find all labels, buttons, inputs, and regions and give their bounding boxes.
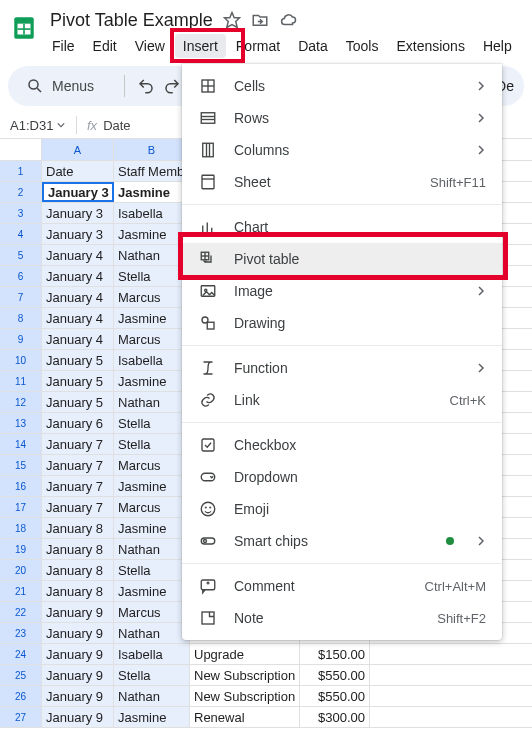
cloud-icon[interactable] bbox=[279, 11, 297, 29]
cell[interactable]: Jasmine bbox=[114, 182, 190, 202]
row-header[interactable]: 2 bbox=[0, 182, 42, 202]
row-header[interactable]: 12 bbox=[0, 392, 42, 412]
row-header[interactable]: 21 bbox=[0, 581, 42, 601]
menu-format[interactable]: Format bbox=[228, 34, 288, 58]
row-header[interactable]: 6 bbox=[0, 266, 42, 286]
row-header[interactable]: 27 bbox=[0, 707, 42, 727]
menu-item-cells[interactable]: Cells bbox=[182, 70, 502, 102]
cell[interactable]: Jasmine bbox=[114, 476, 190, 496]
menu-item-emoji[interactable]: Emoji bbox=[182, 493, 502, 525]
select-all-corner[interactable] bbox=[0, 139, 42, 160]
cell[interactable]: Isabella bbox=[114, 203, 190, 223]
menu-help[interactable]: Help bbox=[475, 34, 520, 58]
cell[interactable]: January 9 bbox=[42, 644, 114, 664]
row-header[interactable]: 4 bbox=[0, 224, 42, 244]
cell[interactable]: Marcus bbox=[114, 455, 190, 475]
cell[interactable]: January 3 bbox=[42, 224, 114, 244]
cell[interactable]: Stella bbox=[114, 434, 190, 454]
cell[interactable]: $150.00 bbox=[300, 644, 370, 664]
cell[interactable]: Jasmine bbox=[114, 371, 190, 391]
menus-search[interactable]: Menus bbox=[18, 77, 112, 95]
menu-item-columns[interactable]: Columns bbox=[182, 134, 502, 166]
menu-item-function[interactable]: Function bbox=[182, 352, 502, 384]
cell[interactable]: January 4 bbox=[42, 245, 114, 265]
cell[interactable]: Jasmine bbox=[114, 581, 190, 601]
cell[interactable]: January 9 bbox=[42, 623, 114, 643]
row-header[interactable]: 9 bbox=[0, 329, 42, 349]
cell[interactable]: $550.00 bbox=[300, 686, 370, 706]
cell[interactable]: Jasmine bbox=[114, 308, 190, 328]
row-header[interactable]: 3 bbox=[0, 203, 42, 223]
cell[interactable]: January 4 bbox=[42, 287, 114, 307]
sheets-logo[interactable] bbox=[8, 8, 40, 48]
cell[interactable]: Stella bbox=[114, 413, 190, 433]
row-header[interactable]: 19 bbox=[0, 539, 42, 559]
row-header[interactable]: 24 bbox=[0, 644, 42, 664]
menu-extensions[interactable]: Extensions bbox=[388, 34, 472, 58]
row-header[interactable]: 1 bbox=[0, 161, 42, 181]
undo-icon[interactable] bbox=[137, 77, 155, 95]
fx-content[interactable]: Date bbox=[103, 118, 130, 133]
row-header[interactable]: 8 bbox=[0, 308, 42, 328]
redo-icon[interactable] bbox=[163, 77, 181, 95]
cell[interactable]: Nathan bbox=[114, 392, 190, 412]
cell[interactable]: New Subscription bbox=[190, 686, 300, 706]
menu-data[interactable]: Data bbox=[290, 34, 336, 58]
row-header[interactable]: 20 bbox=[0, 560, 42, 580]
star-icon[interactable] bbox=[223, 11, 241, 29]
row-header[interactable]: 7 bbox=[0, 287, 42, 307]
menu-file[interactable]: File bbox=[44, 34, 83, 58]
row-header[interactable]: 15 bbox=[0, 455, 42, 475]
cell[interactable]: January 9 bbox=[42, 665, 114, 685]
cell[interactable]: Nathan bbox=[114, 686, 190, 706]
cell[interactable]: January 9 bbox=[42, 602, 114, 622]
cell[interactable]: Stella bbox=[114, 665, 190, 685]
cell[interactable]: January 3 bbox=[42, 203, 114, 223]
cell[interactable]: January 7 bbox=[42, 455, 114, 475]
cell[interactable]: Nathan bbox=[114, 539, 190, 559]
cell[interactable]: Nathan bbox=[114, 245, 190, 265]
cell[interactable]: Isabella bbox=[114, 350, 190, 370]
row-header[interactable]: 5 bbox=[0, 245, 42, 265]
cell[interactable]: Jasmine bbox=[114, 518, 190, 538]
cell[interactable]: January 8 bbox=[42, 518, 114, 538]
doc-title[interactable]: Pivot Table Example bbox=[50, 10, 213, 31]
cell[interactable]: Stella bbox=[114, 560, 190, 580]
menu-item-checkbox[interactable]: Checkbox bbox=[182, 429, 502, 461]
cell[interactable]: January 5 bbox=[42, 350, 114, 370]
cell[interactable]: January 4 bbox=[42, 266, 114, 286]
cell[interactable]: Marcus bbox=[114, 602, 190, 622]
cell[interactable]: Upgrade bbox=[190, 644, 300, 664]
cell[interactable]: Date bbox=[42, 161, 114, 181]
cell[interactable]: Jasmine bbox=[114, 224, 190, 244]
row-header[interactable]: 17 bbox=[0, 497, 42, 517]
menu-edit[interactable]: Edit bbox=[85, 34, 125, 58]
cell[interactable]: Jasmine bbox=[114, 707, 190, 727]
row-header[interactable]: 14 bbox=[0, 434, 42, 454]
cell[interactable]: January 8 bbox=[42, 581, 114, 601]
cell[interactable]: New Subscription bbox=[190, 665, 300, 685]
cell[interactable]: January 9 bbox=[42, 707, 114, 727]
cell[interactable]: January 3 bbox=[42, 182, 114, 202]
name-box[interactable]: A1:D31 bbox=[10, 118, 66, 133]
cell[interactable]: $300.00 bbox=[300, 707, 370, 727]
menu-item-dropdown[interactable]: Dropdown bbox=[182, 461, 502, 493]
cell[interactable]: January 5 bbox=[42, 371, 114, 391]
col-header-a[interactable]: A bbox=[42, 139, 114, 160]
menu-tools[interactable]: Tools bbox=[338, 34, 387, 58]
cell[interactable]: Stella bbox=[114, 266, 190, 286]
cell[interactable]: Renewal bbox=[190, 707, 300, 727]
cell[interactable]: January 9 bbox=[42, 686, 114, 706]
cell[interactable]: Staff Member bbox=[114, 161, 190, 181]
cell[interactable]: January 7 bbox=[42, 497, 114, 517]
row-header[interactable]: 26 bbox=[0, 686, 42, 706]
menu-item-note[interactable]: NoteShift+F2 bbox=[182, 602, 502, 634]
cell[interactable]: January 7 bbox=[42, 434, 114, 454]
cell[interactable]: January 8 bbox=[42, 560, 114, 580]
cell[interactable]: Isabella bbox=[114, 644, 190, 664]
cell[interactable]: January 4 bbox=[42, 329, 114, 349]
col-header-b[interactable]: B bbox=[114, 139, 190, 160]
menu-item-chart[interactable]: Chart bbox=[182, 211, 502, 243]
row-header[interactable]: 16 bbox=[0, 476, 42, 496]
row-header[interactable]: 13 bbox=[0, 413, 42, 433]
